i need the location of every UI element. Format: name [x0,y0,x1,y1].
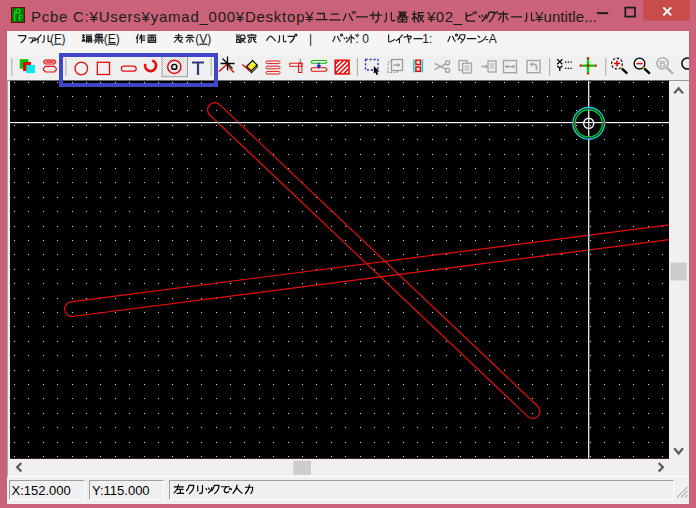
svg-text:X:152.000: X:152.000 [12,483,71,498]
svg-text:Y:115.000: Y:115.000 [92,483,150,498]
